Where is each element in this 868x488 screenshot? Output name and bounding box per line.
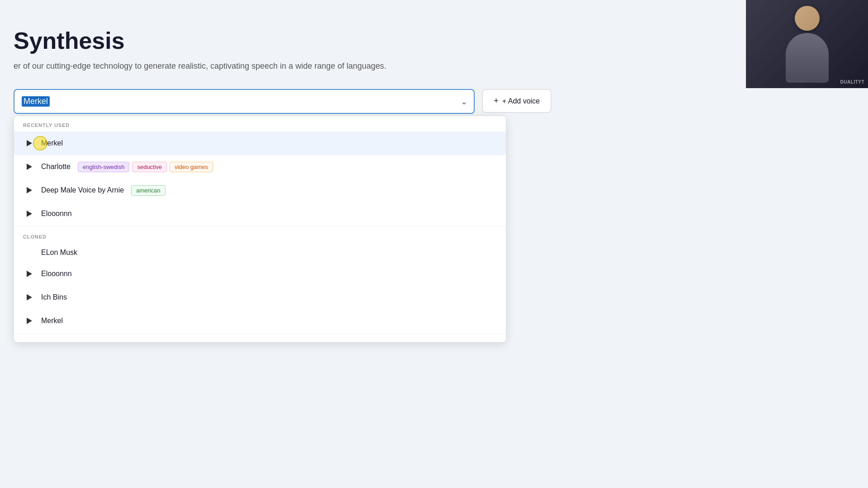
- add-voice-icon: +: [494, 96, 499, 106]
- voice-item-elon-musk[interactable]: ELon Musk: [14, 243, 506, 262]
- tag-american: american: [131, 185, 165, 196]
- play-icon: [27, 294, 32, 300]
- person-figure: [786, 6, 829, 83]
- voice-name-deep-male: Deep Male Voice by Arnie: [41, 186, 124, 194]
- section-divider-2: [14, 333, 506, 334]
- cloned-section-label: CLONED: [14, 228, 506, 243]
- play-icon: [27, 187, 32, 193]
- tag-video-games: video games: [170, 162, 213, 172]
- play-deep-male-button[interactable]: [23, 184, 36, 197]
- add-voice-button[interactable]: + + Add voice: [482, 89, 552, 113]
- voice-dropdown-panel: RECENTLY USED Merkel: [14, 116, 506, 343]
- charlotte-tags: english-swedish seductive video games: [78, 162, 213, 172]
- voice-item-deep-male-voice[interactable]: Deep Male Voice by Arnie american: [14, 178, 506, 202]
- voice-name-ich-bins: Ich Bins: [41, 293, 67, 301]
- voice-name-charlotte: Charlotte: [41, 163, 71, 171]
- voice-name-elooonnn-recent: Elooonnn: [41, 210, 72, 218]
- recently-used-section-label: RECENTLY USED: [14, 116, 506, 131]
- voice-name-merkel-recent: Merkel: [41, 139, 63, 147]
- voice-item-ich-bins[interactable]: Ich Bins: [14, 286, 506, 309]
- play-elooonnn-recent-button[interactable]: [23, 207, 36, 220]
- webcam-overlay: DUALITYT: [746, 0, 868, 88]
- page-title: Synthesis: [9, 27, 552, 54]
- voice-item-elooonnn-cloned[interactable]: Elooonnn: [14, 262, 506, 286]
- head: [795, 6, 820, 31]
- body: [786, 33, 829, 83]
- play-ich-bins-button[interactable]: [23, 291, 36, 304]
- voice-item-charlotte[interactable]: Charlotte english-swedish seductive vide…: [14, 155, 506, 178]
- play-elooonnn-cloned-button[interactable]: [23, 267, 36, 280]
- voice-name-merkel-cloned: Merkel: [41, 317, 63, 325]
- play-icon: [27, 318, 32, 324]
- play-icon: [27, 211, 32, 217]
- play-charlotte-button[interactable]: [23, 160, 36, 173]
- webcam-video: DUALITYT: [746, 0, 868, 88]
- voice-item-merkel-recent[interactable]: Merkel: [14, 131, 506, 155]
- voice-name-elon-musk: ELon Musk: [23, 249, 77, 257]
- dropdown-scroll-area[interactable]: RECENTLY USED Merkel: [14, 116, 506, 342]
- main-content: Synthesis er of our cutting-edge technol…: [9, 9, 552, 114]
- play-merkel-cloned-button[interactable]: [23, 314, 36, 327]
- play-icon: [27, 140, 32, 146]
- voice-item-merkel-cloned[interactable]: Merkel: [14, 309, 506, 333]
- webcam-watermark: DUALITYT: [840, 80, 864, 84]
- voice-selector-area: Merkel ⌄ RECENTLY USED Mer: [9, 89, 552, 114]
- play-icon: [27, 164, 32, 170]
- generated-section-label: GENERATED: [14, 335, 506, 342]
- page-subtitle: er of our cutting-edge technology to gen…: [9, 61, 552, 71]
- section-divider-1: [14, 226, 506, 227]
- voice-item-elooonnn-recent[interactable]: Elooonnn: [14, 202, 506, 225]
- add-voice-label: + Add voice: [502, 97, 540, 105]
- voice-input-container: Merkel ⌄: [14, 89, 475, 114]
- background: Synthesis er of our cutting-edge technol…: [0, 0, 868, 488]
- play-icon: [27, 271, 32, 277]
- selected-voice-highlight: Merkel: [22, 96, 50, 107]
- tag-english-swedish: english-swedish: [78, 162, 130, 172]
- tag-seductive: seductive: [132, 162, 167, 172]
- voice-name-elooonnn-cloned: Elooonnn: [41, 270, 72, 278]
- play-merkel-recent-button[interactable]: [23, 137, 36, 150]
- voice-input-wrapper: Merkel ⌄ RECENTLY USED Mer: [14, 89, 475, 114]
- voice-input-field[interactable]: Merkel: [14, 89, 475, 114]
- deep-male-tags: american: [131, 185, 165, 196]
